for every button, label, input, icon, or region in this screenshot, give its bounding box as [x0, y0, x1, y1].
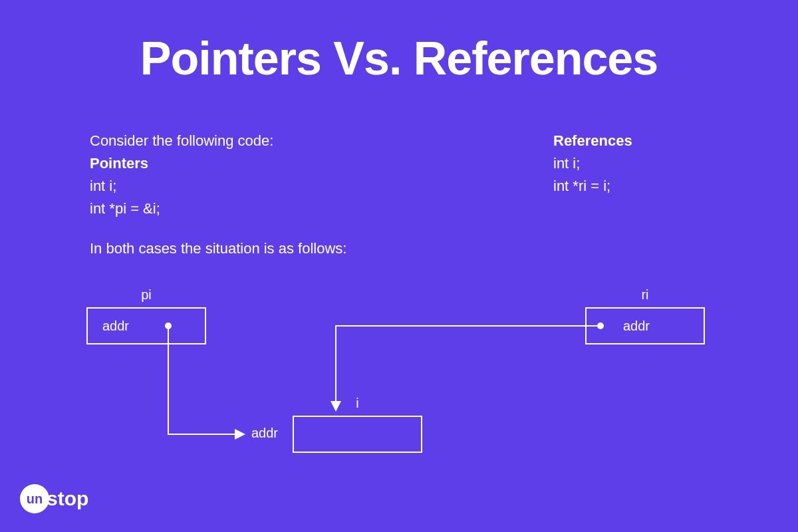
page-title: Pointers Vs. References [0, 0, 798, 85]
logo-text: stop [47, 487, 88, 510]
memory-diagram: pi addr ri addr i addr [0, 279, 798, 492]
pointers-column: Consider the following code: Pointers in… [90, 130, 369, 220]
references-code-line-1: int i; [553, 152, 726, 175]
references-column: References int i; int *ri = i; [553, 130, 726, 220]
pointers-code-line-2: int *pi = &i; [90, 198, 369, 220]
references-code-line-2: int *ri = i; [553, 175, 726, 198]
arrows-svg [0, 279, 798, 492]
content-area: Consider the following code: Pointers in… [90, 130, 726, 257]
logo-circle: un [20, 484, 49, 513]
references-heading: References [553, 130, 726, 152]
code-columns: Consider the following code: Pointers in… [90, 130, 726, 220]
pointers-code-line-1: int i; [90, 175, 369, 198]
situation-text: In both cases the situation is as follow… [90, 240, 726, 257]
intro-text: Consider the following code: [90, 130, 369, 152]
brand-logo: un stop [20, 484, 88, 513]
pointers-heading: Pointers [90, 152, 369, 175]
